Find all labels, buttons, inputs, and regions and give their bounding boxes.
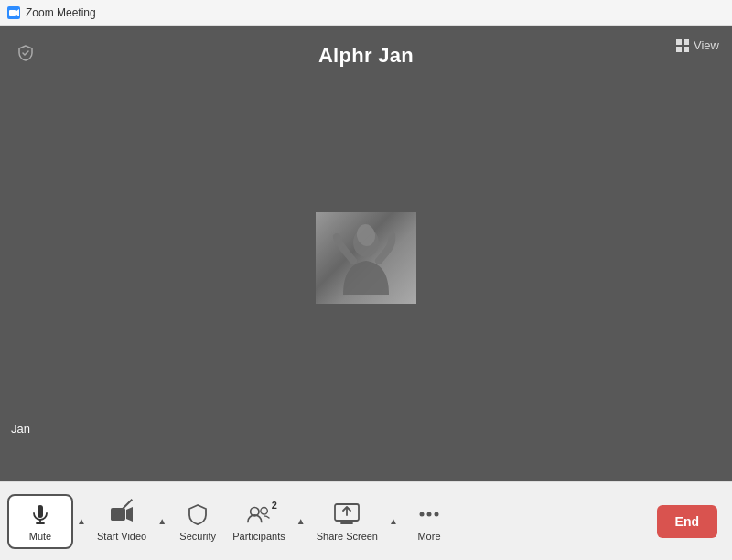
jan-label: Jan bbox=[11, 422, 30, 436]
share-screen-label: Share Screen bbox=[317, 531, 378, 542]
mute-icon-wrap bbox=[27, 501, 53, 527]
svg-point-16 bbox=[419, 512, 424, 516]
video-thumbnail bbox=[316, 212, 416, 304]
title-bar: Zoom Meeting bbox=[0, 0, 732, 26]
mute-caret[interactable]: ▲ bbox=[73, 494, 90, 549]
participants-icon-wrap: 2 bbox=[246, 501, 272, 527]
more-icon-wrap bbox=[416, 501, 442, 527]
svg-point-17 bbox=[426, 512, 431, 516]
svg-point-18 bbox=[434, 512, 438, 516]
participants-caret[interactable]: ▲ bbox=[293, 494, 309, 549]
svg-rect-1 bbox=[9, 10, 16, 16]
view-label: View bbox=[694, 38, 719, 52]
app-icon bbox=[7, 6, 20, 19]
participants-label: Participants bbox=[232, 531, 285, 542]
share-screen-caret[interactable]: ▲ bbox=[385, 494, 402, 549]
view-grid-icon bbox=[676, 39, 689, 52]
video-caret[interactable]: ▲ bbox=[154, 494, 170, 549]
svg-point-11 bbox=[261, 507, 267, 513]
toolbar: Mute ▲ Start Video ▲ Security bbox=[0, 481, 732, 560]
security-label: Security bbox=[179, 531, 216, 542]
mute-button[interactable]: Mute bbox=[7, 494, 73, 549]
security-icon-wrap bbox=[185, 501, 210, 527]
meeting-area: Alphr Jan View Jan bbox=[0, 26, 732, 481]
more-button[interactable]: More bbox=[402, 496, 457, 547]
share-screen-icon-wrap bbox=[334, 501, 360, 527]
share-screen-button[interactable]: Share Screen bbox=[309, 496, 385, 547]
mute-label: Mute bbox=[29, 531, 51, 542]
start-video-button[interactable]: Start Video bbox=[90, 496, 154, 547]
svg-marker-9 bbox=[126, 507, 133, 522]
start-video-label: Start Video bbox=[97, 531, 146, 542]
participants-button[interactable]: 2 Participants bbox=[225, 496, 292, 547]
window-title: Zoom Meeting bbox=[26, 6, 96, 19]
participants-badge: 2 bbox=[272, 500, 277, 511]
participant-name: Alphr Jan bbox=[0, 44, 732, 68]
svg-rect-5 bbox=[38, 505, 43, 518]
security-button[interactable]: Security bbox=[170, 496, 225, 547]
view-button[interactable]: View bbox=[676, 38, 719, 52]
more-label: More bbox=[417, 531, 440, 542]
end-button[interactable]: End bbox=[657, 505, 717, 538]
start-video-icon-wrap bbox=[109, 501, 135, 527]
